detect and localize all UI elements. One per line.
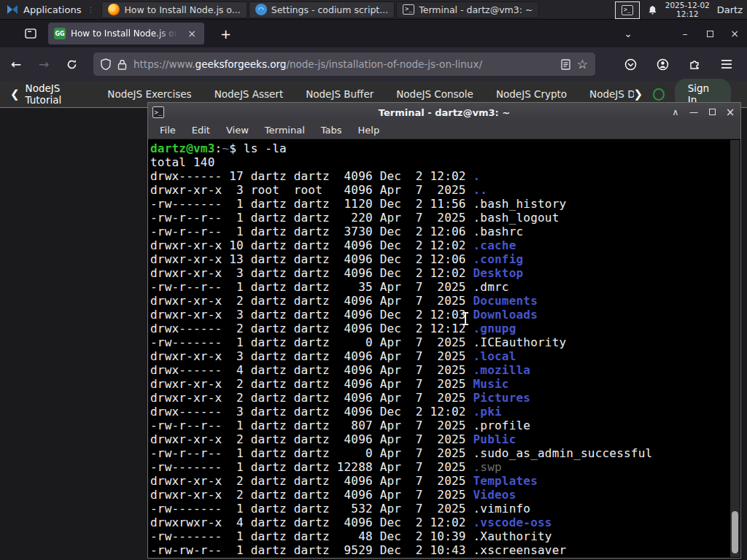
tray-terminal-icon[interactable]: >_ bbox=[615, 1, 640, 19]
terminal-menu-item[interactable]: Tabs bbox=[314, 123, 349, 137]
terminal-minimize-button[interactable]: — bbox=[688, 107, 700, 117]
terminal-output-line: -rw------- 1 dartz dartz 12288 Apr 7 202… bbox=[150, 460, 740, 474]
nav-link-tutorial[interactable]: NodeJS Tutorial bbox=[26, 82, 92, 106]
terminal-command: ls -la bbox=[244, 141, 287, 155]
terminal-shade-button[interactable]: ∧ bbox=[670, 107, 681, 117]
terminal-menu-item[interactable]: Terminal bbox=[258, 123, 312, 137]
terminal-maximize-button[interactable] bbox=[706, 107, 718, 117]
taskbar-button-terminal[interactable]: >_ Terminal - dartz@vm3: ~ bbox=[396, 1, 539, 18]
url-input[interactable]: https://www.geeksforgeeks.org/node-js/in… bbox=[93, 52, 595, 76]
site-nav-links: NodeJS ExercisesNodeJS AssertNodeJS Buff… bbox=[107, 88, 633, 100]
site-nav-link[interactable]: NodeJS Crypto bbox=[496, 88, 567, 100]
terminal-output-line: drwxr-xr-x 3 root root 4096 Apr 7 2025 .… bbox=[150, 183, 740, 197]
terminal-prompt-line: dartz@vm3:~$ ls -la bbox=[150, 141, 740, 155]
clock[interactable]: 2025-12-02 12:12 bbox=[665, 1, 710, 18]
taskbar-button-firefox[interactable]: How to Install Node.js o... bbox=[101, 1, 247, 18]
terminal-window: >_ Terminal - dartz@vm3: ~ ∧ — × FileEdi… bbox=[147, 102, 741, 559]
terminal-output-line: -rw------- 1 dartz dartz 0 Apr 7 2025 .I… bbox=[150, 335, 740, 349]
account-icon[interactable] bbox=[651, 52, 674, 76]
terminal-icon: >_ bbox=[403, 4, 414, 15]
reload-button[interactable] bbox=[60, 52, 83, 76]
terminal-output-line: -rw-r--r-- 1 dartz dartz 0 Apr 7 2025 .s… bbox=[150, 446, 740, 460]
clock-time: 12:12 bbox=[665, 10, 710, 19]
terminal-output-line: drwxr-xr-x 2 dartz dartz 4096 Apr 7 2025… bbox=[150, 391, 740, 405]
browser-maximize-button[interactable] bbox=[697, 28, 722, 39]
new-tab-button[interactable]: + bbox=[214, 25, 237, 43]
reader-mode-icon[interactable] bbox=[561, 59, 570, 70]
user-menu[interactable]: Dartz bbox=[717, 4, 744, 15]
terminal-output-line: drwxr-xr-x 2 dartz dartz 4096 Apr 7 2025… bbox=[150, 294, 740, 308]
browser-toolbar: ← → https://www.geeksforgeeks.org/node-j… bbox=[0, 47, 747, 81]
applications-menu[interactable]: Applications ⋮ bbox=[0, 0, 101, 20]
firefox-view-icon[interactable] bbox=[20, 23, 41, 44]
terminal-output-line: drwxr-xr-x 3 dartz dartz 4096 Apr 7 2025… bbox=[150, 349, 740, 363]
terminal-output-line: drwx------ 2 dartz dartz 4096 Dec 2 12:1… bbox=[150, 322, 740, 335]
tab-close-icon[interactable]: × bbox=[185, 27, 198, 40]
terminal-menu-item[interactable]: View bbox=[219, 123, 256, 137]
xfce-logo-icon bbox=[6, 3, 19, 16]
terminal-menu-item[interactable]: Help bbox=[351, 123, 387, 137]
terminal-output[interactable]: dartz@vm3:~$ ls -la total 140 drwx------… bbox=[148, 139, 740, 558]
site-nav-link[interactable]: NodeJS Assert bbox=[214, 88, 284, 100]
site-nav-link[interactable]: NodeJS Buffer bbox=[306, 88, 374, 100]
terminal-menu-item[interactable]: Edit bbox=[185, 123, 217, 137]
terminal-output-line: drwx------ 3 dartz dartz 4096 Dec 2 12:0… bbox=[150, 405, 740, 419]
desktop: Applications ⋮ How to Install Node.js o.… bbox=[0, 0, 747, 560]
codium-icon: ◠ bbox=[255, 4, 267, 15]
notification-bell-icon[interactable] bbox=[647, 4, 658, 16]
site-nav-link[interactable]: NodeJS Exercises bbox=[107, 88, 191, 100]
tab-title: How to Install Node.js on bbox=[71, 28, 180, 39]
taskbar-button-codium[interactable]: ◠ Settings - codium script... bbox=[249, 1, 395, 18]
browser-tab-bar: GG How to Install Node.js on × + ⌄ – × bbox=[0, 20, 747, 47]
terminal-output-line: drwx------ 4 dartz dartz 4096 Apr 7 2025… bbox=[150, 363, 740, 377]
terminal-output-line: -rw-r--r-- 1 dartz dartz 807 Apr 7 2025 … bbox=[150, 419, 740, 432]
bookmark-star-icon[interactable]: ☆ bbox=[577, 57, 588, 71]
terminal-window-title: Terminal - dartz@vm3: ~ bbox=[148, 107, 740, 118]
nav-scroll-right-icon[interactable]: ❯ bbox=[634, 88, 643, 101]
terminal-output-line: -rw------- 1 dartz dartz 532 Apr 7 2025 … bbox=[150, 502, 740, 516]
extensions-icon[interactable] bbox=[683, 52, 706, 76]
terminal-output-line: -rw-r--r-- 1 dartz dartz 220 Apr 7 2025 … bbox=[150, 211, 740, 225]
system-tray: >_ 2025-12-02 12:12 Dartz bbox=[615, 0, 747, 20]
terminal-output-line: -rw-r--r-- 1 dartz dartz 3730 Dec 2 12:0… bbox=[150, 225, 740, 238]
tracking-shield-icon[interactable] bbox=[101, 58, 111, 70]
terminal-scrollbar-thumb[interactable] bbox=[732, 511, 738, 553]
terminal-total-line: total 140 bbox=[150, 155, 740, 169]
site-nav-link[interactable]: NodeJS DNS bbox=[589, 88, 633, 100]
forward-button[interactable]: → bbox=[32, 52, 55, 76]
url-text: https://www.geeksforgeeks.org/node-js/in… bbox=[133, 58, 554, 70]
list-all-tabs-icon[interactable]: ⌄ bbox=[617, 28, 639, 39]
applications-label: Applications bbox=[23, 4, 81, 15]
site-nav-link[interactable]: NodeJS Console bbox=[396, 88, 473, 100]
menu-hamburger-icon[interactable] bbox=[715, 52, 738, 76]
search-icon[interactable] bbox=[653, 88, 665, 101]
terminal-title-bar[interactable]: >_ Terminal - dartz@vm3: ~ ∧ — × bbox=[148, 103, 740, 122]
terminal-menu-bar: FileEditViewTerminalTabsHelp bbox=[148, 122, 740, 139]
terminal-close-button[interactable]: × bbox=[724, 106, 736, 119]
terminal-output-line: drwxrwxr-x 4 dartz dartz 4096 Dec 2 12:0… bbox=[150, 516, 740, 529]
pocket-icon[interactable] bbox=[619, 52, 642, 76]
browser-tab-active[interactable]: GG How to Install Node.js on × bbox=[48, 23, 204, 44]
panel-separator: ⋮ bbox=[87, 6, 93, 14]
terminal-output-line: -rw-rw-r-- 1 dartz dartz 9529 Dec 2 10:4… bbox=[150, 543, 740, 557]
lock-icon[interactable] bbox=[117, 59, 127, 70]
browser-minimize-button[interactable]: – bbox=[673, 28, 697, 39]
clock-date: 2025-12-02 bbox=[665, 1, 710, 10]
terminal-output-line: drwxr-xr-x 3 dartz dartz 4096 Dec 2 12:0… bbox=[150, 266, 740, 280]
geeksforgeeks-favicon: GG bbox=[54, 28, 66, 39]
firefox-icon bbox=[108, 4, 120, 15]
mouse-cursor-ibeam bbox=[461, 311, 470, 327]
top-panel: Applications ⋮ How to Install Node.js o.… bbox=[0, 0, 747, 20]
terminal-output-line: drwxr-xr-x 13 dartz dartz 4096 Dec 2 12:… bbox=[150, 252, 740, 266]
terminal-scrollbar[interactable] bbox=[730, 140, 740, 557]
terminal-output-line: drwxr-xr-x 2 dartz dartz 4096 Apr 7 2025… bbox=[150, 377, 740, 391]
terminal-output-line: -rw------- 1 dartz dartz 48 Dec 2 10:39 … bbox=[150, 529, 740, 543]
browser-close-button[interactable]: × bbox=[722, 28, 747, 39]
terminal-output-line: drwxr-xr-x 10 dartz dartz 4096 Dec 2 12:… bbox=[150, 238, 740, 252]
terminal-output-line: -rw------- 1 dartz dartz 1120 Dec 2 11:5… bbox=[150, 197, 740, 211]
terminal-output-line: drwxr-xr-x 2 dartz dartz 4096 Apr 7 2025… bbox=[150, 474, 740, 488]
terminal-menu-item[interactable]: File bbox=[152, 123, 183, 137]
nav-scroll-left-icon[interactable]: ❮ bbox=[10, 88, 20, 101]
terminal-output-line: drwxr-xr-x 3 dartz dartz 4096 Dec 2 12:0… bbox=[150, 308, 740, 322]
back-button[interactable]: ← bbox=[4, 52, 28, 76]
